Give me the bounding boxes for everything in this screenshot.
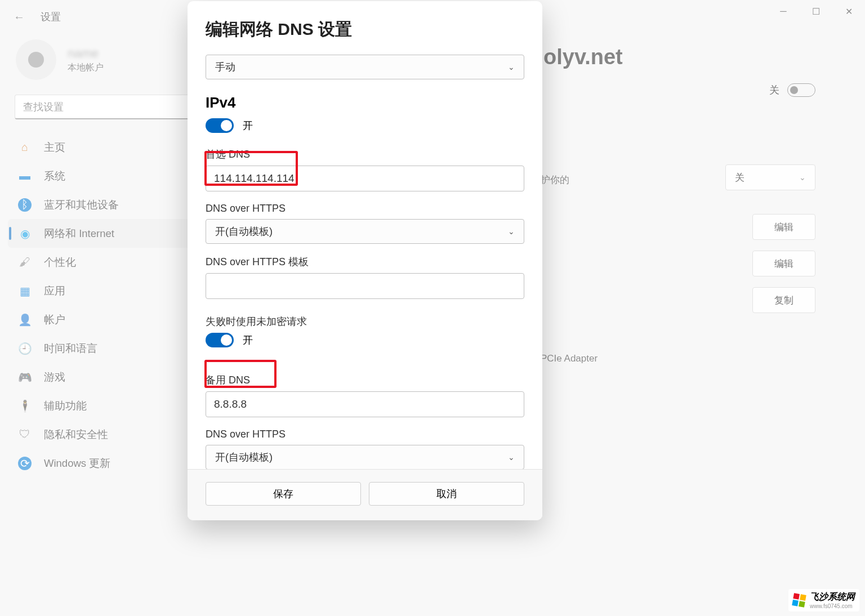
nav-time[interactable]: 🕘时间和语言: [8, 334, 217, 363]
clock-icon: 🕘: [18, 342, 32, 355]
page-domain-text: olyv.net: [543, 45, 623, 69]
ipv4-toggle[interactable]: [206, 118, 234, 133]
doh-template-label: DNS over HTTPS 模板: [206, 255, 524, 269]
nav-gaming[interactable]: 🎮游戏: [8, 363, 217, 391]
chevron-down-icon: ⌄: [508, 63, 515, 72]
bluetooth-icon: ᛒ: [18, 198, 32, 212]
avatar-icon: [16, 39, 56, 80]
minimize-button[interactable]: ─: [767, 0, 800, 23]
cancel-button[interactable]: 取消: [369, 482, 524, 506]
search-placeholder: 查找设置: [23, 100, 64, 114]
doh1-label: DNS over HTTPS: [206, 203, 524, 215]
nav-accounts[interactable]: 👤帐户: [8, 305, 217, 334]
brush-icon: 🖌: [18, 256, 32, 269]
alt-dns-input[interactable]: [206, 391, 524, 417]
nav-label: 系统: [44, 169, 65, 183]
user-account-type: 本地帐户: [68, 62, 104, 74]
user-name: name: [68, 46, 104, 61]
nav-network[interactable]: ◉网络和 Internet: [8, 219, 217, 248]
nav-label: 蓝牙和其他设备: [44, 198, 119, 212]
nav-home[interactable]: ⌂主页: [8, 133, 217, 162]
alt-dns-label: 备用 DNS: [206, 373, 524, 387]
edit-button-1[interactable]: 编辑: [752, 214, 815, 240]
person-icon: 👤: [18, 313, 32, 327]
nav-label: 游戏: [44, 370, 65, 384]
preferred-dns-input[interactable]: [206, 166, 524, 191]
protect-text-fragment: 护你的: [541, 173, 569, 186]
nav-label: 应用: [44, 284, 65, 298]
close-button[interactable]: ✕: [832, 0, 865, 23]
doh1-select[interactable]: 开(自动模板) ⌄: [206, 219, 524, 244]
fallback-label: 失败时使用未加密请求: [206, 315, 524, 328]
fallback-toggle[interactable]: [206, 333, 234, 347]
nav-update[interactable]: ⟳Windows 更新: [8, 449, 217, 477]
nav-accessibility[interactable]: 🕴辅助功能: [8, 391, 217, 420]
chevron-down-icon: ⌄: [799, 173, 806, 182]
modal-footer: 保存 取消: [188, 469, 542, 520]
toggle-off-label: 关: [769, 83, 779, 97]
shield-icon: 🛡: [18, 428, 32, 441]
watermark: 飞沙系统网 www.fs0745.com: [788, 589, 859, 611]
doh2-value: 开(自动模板): [215, 450, 273, 464]
nav-privacy[interactable]: 🛡隐私和安全性: [8, 420, 217, 449]
nav-label: 网络和 Internet: [44, 226, 114, 240]
nav-label: 隐私和安全性: [44, 427, 108, 441]
doh-template-input[interactable]: [206, 273, 524, 299]
watermark-logo-icon: [792, 593, 806, 607]
nav-label: 辅助功能: [44, 399, 87, 413]
app-title: 设置: [41, 10, 61, 24]
dns-mode-value: 手动: [215, 60, 235, 74]
maximize-button[interactable]: ☐: [800, 0, 832, 23]
watermark-title: 飞沙系统网: [810, 591, 855, 603]
fallback-toggle-label: 开: [243, 333, 253, 347]
dns-settings-modal: 编辑网络 DNS 设置 手动 ⌄ IPv4 开 首选 DNS DNS over …: [188, 1, 542, 520]
dropdown-value: 关: [735, 171, 744, 184]
apps-icon: ▦: [18, 284, 32, 298]
wifi-icon: ◉: [18, 227, 32, 240]
toggle-switch-off[interactable]: [787, 83, 815, 97]
dns-mode-select[interactable]: 手动 ⌄: [206, 55, 524, 79]
preferred-dns-label: 首选 DNS: [206, 148, 524, 161]
system-icon: ▬: [18, 169, 32, 183]
nav-label: 个性化: [44, 255, 76, 269]
back-icon[interactable]: ←: [14, 11, 25, 24]
nav-system[interactable]: ▬系统: [8, 162, 217, 190]
window-controls: ─ ☐ ✕: [767, 0, 865, 23]
gamepad-icon: 🎮: [18, 371, 32, 384]
nav-label: Windows 更新: [44, 456, 110, 470]
home-icon: ⌂: [18, 141, 32, 154]
nav-label: 时间和语言: [44, 341, 97, 355]
doh2-select[interactable]: 开(自动模板) ⌄: [206, 445, 524, 469]
copy-button[interactable]: 复制: [752, 287, 815, 313]
watermark-url: www.fs0745.com: [810, 603, 855, 609]
modal-title: 编辑网络 DNS 设置: [206, 18, 524, 41]
edit-button-2[interactable]: 编辑: [752, 251, 815, 276]
nav-label: 主页: [44, 140, 65, 154]
update-icon: ⟳: [18, 457, 32, 470]
save-button[interactable]: 保存: [206, 482, 361, 506]
doh2-label: DNS over HTTPS: [206, 428, 524, 440]
doh1-value: 开(自动模板): [215, 225, 273, 238]
nav-bluetooth[interactable]: ᛒ蓝牙和其他设备: [8, 190, 217, 219]
nav-personalization[interactable]: 🖌个性化: [8, 248, 217, 276]
ipv4-heading: IPv4: [206, 94, 524, 111]
nav-label: 帐户: [44, 313, 65, 327]
adapter-text-fragment: PCIe Adapter: [541, 353, 598, 364]
nav-apps[interactable]: ▦应用: [8, 276, 217, 305]
chevron-down-icon: ⌄: [508, 453, 515, 462]
ipv4-toggle-label: 开: [243, 119, 253, 132]
accessibility-icon: 🕴: [18, 399, 32, 413]
chevron-down-icon: ⌄: [508, 227, 515, 236]
right-dropdown[interactable]: 关⌄: [725, 164, 815, 190]
